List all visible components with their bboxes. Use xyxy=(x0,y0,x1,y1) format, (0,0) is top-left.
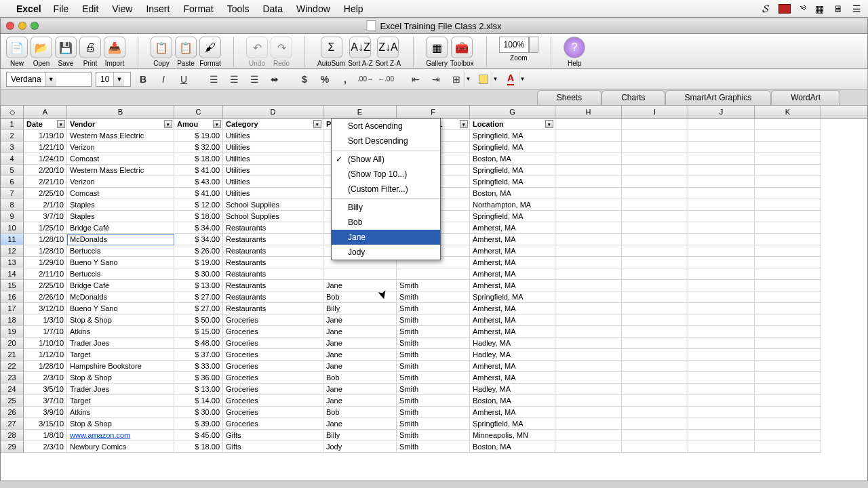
cell[interactable]: Amherst, MA xyxy=(470,234,555,245)
cell[interactable]: Springfield, MA xyxy=(470,211,555,222)
row-header[interactable]: 12 xyxy=(1,245,24,257)
column-header-B[interactable]: B xyxy=(67,106,174,118)
cell[interactable] xyxy=(688,361,755,372)
cell[interactable] xyxy=(688,280,755,291)
cell[interactable] xyxy=(755,372,821,384)
cell[interactable]: Stop & Shop xyxy=(67,418,174,430)
cell[interactable] xyxy=(688,418,755,430)
save-icon[interactable]: 💾 xyxy=(55,37,77,58)
cell[interactable] xyxy=(688,153,755,165)
cell[interactable] xyxy=(555,407,622,418)
cell[interactable]: Jane xyxy=(323,418,397,430)
cell[interactable] xyxy=(622,418,688,430)
row-header[interactable]: 1 xyxy=(1,119,24,130)
cell[interactable] xyxy=(622,372,688,384)
help-button[interactable]: ? Help xyxy=(564,37,585,67)
fill-color-button[interactable]: ▼ xyxy=(475,72,498,87)
cell[interactable]: Springfield, MA xyxy=(470,130,555,142)
toolbar-sort-z-a[interactable]: Z↓ASort Z-A xyxy=(376,37,401,67)
row-header[interactable]: 11 xyxy=(1,234,24,245)
cell[interactable] xyxy=(622,291,688,303)
cell[interactable]: $ 13.00 xyxy=(174,384,223,395)
toolbar-new[interactable]: 📄New xyxy=(6,37,28,67)
cell[interactable]: Amherst, MA xyxy=(470,361,555,372)
toolbar-sort-a-z[interactable]: A↓ZSort A-Z xyxy=(348,37,373,67)
format-icon[interactable]: 🖌 xyxy=(199,37,221,58)
row-header[interactable]: 29 xyxy=(1,441,24,453)
cell[interactable]: Smith xyxy=(397,418,470,430)
cell[interactable] xyxy=(755,176,821,188)
cell[interactable] xyxy=(755,407,821,418)
row-header[interactable]: 28 xyxy=(1,430,24,441)
row-header[interactable]: 4 xyxy=(1,153,24,165)
cell[interactable] xyxy=(622,441,688,453)
row-header[interactable]: 13 xyxy=(1,257,24,268)
cell[interactable]: Bob xyxy=(323,407,397,418)
cell[interactable] xyxy=(688,326,755,338)
cell[interactable] xyxy=(755,384,821,395)
tab-sheets[interactable]: Sheets xyxy=(537,90,601,105)
autofilter-arrow-icon[interactable]: ▾ xyxy=(57,120,65,128)
cell[interactable] xyxy=(755,418,821,430)
row-header[interactable]: 23 xyxy=(1,372,24,384)
column-header-I[interactable]: I xyxy=(622,106,688,118)
cell[interactable]: Groceries xyxy=(223,384,323,395)
toolbar-print[interactable]: 🖨Print xyxy=(79,37,101,67)
cell[interactable]: 3/7/10 xyxy=(24,395,67,407)
cell[interactable] xyxy=(555,430,622,441)
menubar-ext-red-icon[interactable] xyxy=(778,4,791,14)
filter-value-jody[interactable]: Jody xyxy=(332,245,440,260)
cell[interactable] xyxy=(755,395,821,407)
cell[interactable]: Utilities xyxy=(223,142,323,153)
cell[interactable] xyxy=(755,326,821,338)
cell[interactable] xyxy=(688,338,755,349)
cell[interactable]: Hadley, MA xyxy=(470,349,555,361)
cell[interactable] xyxy=(755,199,821,211)
cell[interactable]: 1/3/10 xyxy=(24,314,67,326)
column-header-A[interactable]: A xyxy=(24,106,67,118)
row-header[interactable]: 5 xyxy=(1,165,24,176)
cell[interactable]: 2/26/10 xyxy=(24,291,67,303)
font-color-button[interactable]: A ▼ xyxy=(502,72,526,87)
sort a-z-icon[interactable]: A↓Z xyxy=(349,37,371,58)
cell[interactable] xyxy=(688,395,755,407)
cell[interactable] xyxy=(688,291,755,303)
cell[interactable] xyxy=(755,314,821,326)
cell[interactable]: 1/21/10 xyxy=(24,142,67,153)
cell[interactable] xyxy=(622,176,688,188)
import-icon[interactable]: 📥 xyxy=(104,37,125,58)
cell[interactable] xyxy=(622,349,688,361)
cell[interactable]: Restaurants xyxy=(223,234,323,245)
cell[interactable]: Utilities xyxy=(223,176,323,188)
cell[interactable] xyxy=(555,199,622,211)
cell[interactable]: Comcast xyxy=(67,188,174,199)
cell[interactable] xyxy=(555,234,622,245)
cell[interactable]: Smith xyxy=(397,407,470,418)
align-right-button[interactable]: ☰ xyxy=(246,72,262,87)
filter-top-10[interactable]: (Show Top 10...) xyxy=(332,167,440,182)
cell[interactable] xyxy=(555,326,622,338)
decrease-decimal-button[interactable]: ←.00 xyxy=(378,72,394,87)
column-header-D[interactable]: D xyxy=(223,106,323,118)
cell[interactable]: Smith xyxy=(397,372,470,384)
header-cell[interactable]: Category▾ xyxy=(223,119,323,130)
merge-cells-button[interactable]: ⬌ xyxy=(267,72,283,87)
cell[interactable] xyxy=(555,245,622,257)
redo-icon[interactable]: ↷ xyxy=(271,37,292,58)
column-header-C[interactable]: C xyxy=(174,106,223,118)
cell[interactable]: Amherst, MA xyxy=(470,372,555,384)
cell[interactable]: Northampton, MA xyxy=(470,199,555,211)
cell[interactable] xyxy=(755,338,821,349)
filter-show-all[interactable]: (Show All) xyxy=(332,152,440,167)
cell[interactable]: $ 41.00 xyxy=(174,188,223,199)
menubar-ext-squiggle-icon[interactable]: ༄ xyxy=(800,3,806,15)
cell[interactable]: Boston, MA xyxy=(470,395,555,407)
borders-button[interactable]: ⊞ ▼ xyxy=(448,72,471,87)
cell[interactable] xyxy=(622,303,688,314)
cell[interactable]: Restaurants xyxy=(223,303,323,314)
toolbar-redo[interactable]: ↷Redo xyxy=(271,37,292,67)
cell[interactable] xyxy=(323,268,397,280)
cell[interactable] xyxy=(755,188,821,199)
cell[interactable]: Billy xyxy=(323,430,397,441)
cell[interactable] xyxy=(688,176,755,188)
